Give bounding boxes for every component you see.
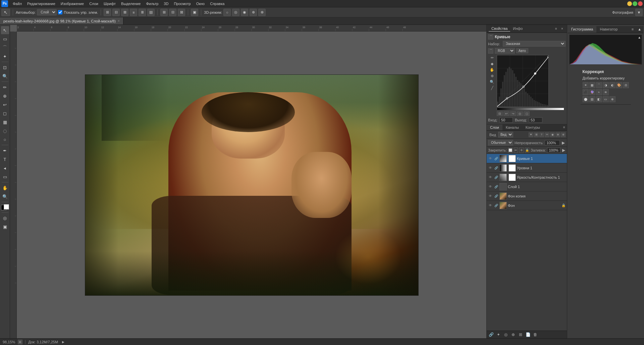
restore-button[interactable]: □ xyxy=(633,1,637,6)
tab-paths[interactable]: Контуры xyxy=(522,124,543,130)
curves-sample-tool[interactable]: ⊕ xyxy=(489,73,495,78)
corr-icon-exposure[interactable]: ◑ xyxy=(603,82,609,88)
corr-icon-colorbalance[interactable]: ⚖ xyxy=(623,82,629,88)
path-select-tool[interactable]: ◂ xyxy=(1,164,9,172)
layer-link-layer1[interactable]: 🔗 xyxy=(494,184,498,189)
brush-tool[interactable]: ✏ xyxy=(1,83,9,91)
corr-icon-hsl[interactable]: 🎨 xyxy=(616,82,622,88)
menu-file[interactable]: Файл xyxy=(10,1,24,6)
corr-icon-color-lookup[interactable]: ≋ xyxy=(603,89,609,95)
layers-menu-icon[interactable]: ≡ xyxy=(561,124,567,130)
blend-mode-select[interactable]: Обычные xyxy=(488,140,513,146)
opacity-input[interactable] xyxy=(545,140,560,146)
layer-eye-curves1[interactable]: 👁 xyxy=(488,156,493,161)
lasso-tool[interactable]: ⌒ xyxy=(1,44,9,52)
background-color[interactable] xyxy=(4,204,9,210)
mode3d-btn1[interactable]: ○ xyxy=(223,9,231,16)
layer-link-levels1[interactable]: 🔗 xyxy=(494,166,498,170)
shape-tool[interactable]: ▭ xyxy=(1,173,9,181)
crop-tool[interactable]: ⊡ xyxy=(1,63,9,71)
add-style-btn[interactable]: ✦ xyxy=(495,332,501,337)
input-value[interactable] xyxy=(499,117,513,123)
corr-icon-photo-filter[interactable]: 🔮 xyxy=(589,89,595,95)
curves-line-tool[interactable]: ╱ xyxy=(489,85,495,91)
zoom-tool[interactable]: 🔍 xyxy=(1,192,9,200)
corr-icon-bw[interactable]: ⬛ xyxy=(583,89,589,95)
curves-pencil-tool[interactable]: ✏ xyxy=(489,55,495,60)
mode3d-btn5[interactable]: ⊗ xyxy=(258,9,266,16)
mode3d-btn4[interactable]: ⊕ xyxy=(250,9,257,16)
layers-icon5[interactable]: ◉ xyxy=(550,132,555,137)
curves-hand-tool[interactable]: ✋ xyxy=(489,67,495,72)
tab-channels[interactable]: Каналы xyxy=(502,124,522,130)
lock-pixels-btn[interactable]: ⬜ xyxy=(508,148,513,153)
auto-btn[interactable]: Авто xyxy=(516,48,528,53)
layer-link-bgcopy[interactable]: 🔗 xyxy=(494,194,498,198)
gradient-tool[interactable]: ▦ xyxy=(1,118,9,126)
opacity-arrow[interactable]: ▶ xyxy=(561,140,566,145)
layer-item-brightness1[interactable]: 👁 🔗 Яркость/Контрастность 1 xyxy=(487,173,567,182)
curves-btn-reset-all[interactable]: ⊟ xyxy=(497,111,503,116)
layer-select[interactable]: Слой xyxy=(37,9,57,15)
histogram-tab[interactable]: Гистограмма xyxy=(568,26,597,33)
preset-select[interactable]: Заказная xyxy=(503,41,566,47)
menu-font[interactable]: Шрифт xyxy=(101,1,118,6)
color-swatch[interactable] xyxy=(1,205,9,210)
corr-icon-levels[interactable]: ▦ xyxy=(589,82,595,88)
curves-btn-mask[interactable]: ◻ xyxy=(524,111,530,116)
dodge-tool[interactable]: ○ xyxy=(1,135,9,143)
layer-eye-bg[interactable]: 👁 xyxy=(488,203,493,208)
layers-icon6[interactable]: ⊕ xyxy=(555,132,560,137)
corr-icon-vibrance[interactable]: ◐ xyxy=(609,82,615,88)
mode3d-btn2[interactable]: ◎ xyxy=(232,9,239,16)
add-mask-btn[interactable]: ◎ xyxy=(503,332,509,337)
menu-layers[interactable]: Слои xyxy=(87,1,101,6)
layers-new-group[interactable]: ⊞ xyxy=(534,132,539,137)
magic-wand-tool[interactable]: ✦ xyxy=(1,52,9,60)
menu-select[interactable]: Выделение xyxy=(118,1,143,6)
menu-edit[interactable]: Редактирование xyxy=(24,1,58,6)
stamp-tool[interactable]: ⊕ xyxy=(1,92,9,100)
document-tab[interactable]: pexels-leah-kelley-2466668.jpg @ 98.1% (… xyxy=(0,17,123,24)
curves-node-tool[interactable]: ◆ xyxy=(489,61,495,66)
navigator-tab[interactable]: Навигатор xyxy=(596,26,621,33)
new-layer-btn[interactable]: 📄 xyxy=(525,332,531,337)
dist3-btn[interactable]: ⊠ xyxy=(178,9,185,16)
lock-move-btn[interactable]: ✛ xyxy=(519,148,524,153)
menu-image[interactable]: Изображение xyxy=(58,1,87,6)
layer-item-curves1[interactable]: 👁 🔗 Кривые 1 xyxy=(487,154,567,163)
channel-select[interactable]: RGB xyxy=(495,48,515,54)
align-center-btn[interactable]: ⊟ xyxy=(112,9,120,16)
tab-svoystva[interactable]: Свойства xyxy=(489,26,510,32)
link-layers-btn[interactable]: 🔗 xyxy=(488,332,494,337)
delete-layer-btn[interactable]: 🗑 xyxy=(532,332,538,337)
show-controls-checkbox[interactable] xyxy=(58,10,62,14)
menu-help[interactable]: Справка xyxy=(207,1,227,6)
tab-info[interactable]: Инфо xyxy=(510,26,525,32)
screen-mode-btn[interactable]: ▣ xyxy=(1,223,9,231)
curves-btn-visibility[interactable]: ◎ xyxy=(517,111,523,116)
eraser-tool[interactable]: ◻ xyxy=(1,109,9,117)
menu-window[interactable]: Окно xyxy=(194,1,208,6)
type-tool[interactable]: T xyxy=(1,155,9,163)
lock-draw-btn[interactable]: ✏ xyxy=(514,148,518,153)
output-value[interactable] xyxy=(529,117,542,123)
new-adj-layer-btn[interactable]: ⊕ xyxy=(510,332,516,337)
layer-eye-brightness1[interactable]: 👁 xyxy=(488,175,493,180)
layer-eye-bgcopy[interactable]: 👁 xyxy=(488,194,493,198)
corr-icon-channel-mixer[interactable]: ≈ xyxy=(596,89,602,95)
move-tool-btn[interactable]: ↖ xyxy=(1,9,10,16)
pen-tool[interactable]: ✒ xyxy=(1,147,9,155)
align-left-btn[interactable]: ⊞ xyxy=(104,9,111,16)
menu-3d[interactable]: 3D xyxy=(161,1,171,6)
layer-item-bg[interactable]: 👁 🔗 Фон 🔒 xyxy=(487,201,567,210)
layer-link-curves1[interactable]: 🔗 xyxy=(494,156,498,161)
tab-close-btn[interactable]: × xyxy=(118,19,120,23)
layer-link-brightness1[interactable]: 🔗 xyxy=(494,175,498,180)
corr-icon-posterize[interactable]: ▤ xyxy=(589,96,595,102)
select-rect-tool[interactable]: ▭ xyxy=(1,35,9,43)
close-button[interactable]: × xyxy=(638,1,643,6)
corr-icon-threshold[interactable]: ◧ xyxy=(596,96,602,102)
menu-view[interactable]: Просмотр xyxy=(171,1,193,6)
curves-btn-undo[interactable]: ↩ xyxy=(503,111,509,116)
